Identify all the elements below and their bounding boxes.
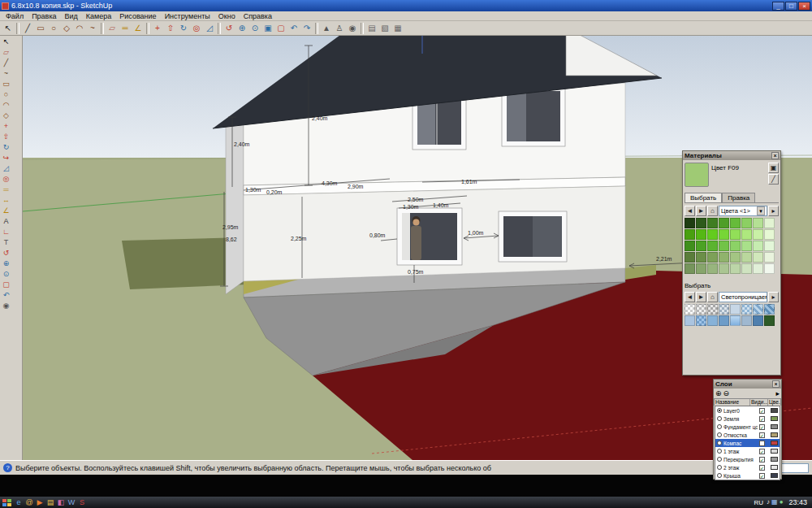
color-swatch[interactable] [685,263,695,274]
texture-swatch[interactable] [719,304,729,315]
color-swatch[interactable] [707,263,718,274]
color-swatch[interactable] [685,252,695,263]
back-arrow-button[interactable]: ◄ [685,206,695,216]
sketchup-icon[interactable]: S [77,497,87,507]
layer-radio[interactable] [717,416,722,421]
color-swatch[interactable] [685,218,695,228]
layer-visible-checkbox[interactable]: ✓ [759,449,765,454]
layer-visible-checkbox[interactable]: ✓ [759,473,765,479]
paint-icon[interactable]: ◧ [56,497,66,507]
materials-close-button[interactable]: × [771,152,779,159]
color-swatch[interactable] [730,218,741,228]
color-swatch[interactable] [764,252,775,263]
menu-item[interactable]: Рисование [115,12,160,20]
menu-item[interactable]: Вид [61,12,82,20]
texture-swatch[interactable] [719,315,729,326]
freehand-tool-icon[interactable]: ~ [1,68,11,79]
color-swatch[interactable] [741,241,752,251]
zoom-extents-tool-icon[interactable]: ▢ [1,280,11,290]
position-camera-tool-icon[interactable]: ▲ [320,22,333,35]
texture-swatch[interactable] [696,315,706,326]
select-tool-icon[interactable]: ↖ [1,37,11,47]
layer-radio[interactable] [717,465,722,470]
color-swatch[interactable] [685,241,695,251]
layer-row[interactable]: Крыша✓ [715,471,780,480]
freehand-tool-icon[interactable]: ~ [86,22,99,35]
texture-swatch[interactable] [741,304,752,315]
color-swatch[interactable] [730,229,741,240]
layer-radio[interactable] [717,432,722,437]
zoom-tool-icon[interactable]: ⊙ [248,22,261,35]
color-swatch[interactable] [730,263,741,274]
look-around-tool-icon[interactable]: ◉ [1,301,11,311]
dimension-tool-icon[interactable]: ↔ [1,195,11,206]
color-swatch[interactable] [696,252,706,263]
texture-swatch[interactable] [707,315,718,326]
layer-color-chip[interactable] [771,416,778,421]
protractor-tool-icon[interactable]: ∠ [1,206,11,216]
color-swatch[interactable] [753,241,763,251]
texture-swatch[interactable] [764,315,775,326]
iso-view-icon[interactable]: ▧ [378,22,391,35]
protractor-tool-icon[interactable]: ∠ [132,22,145,35]
zoom-tool-icon[interactable]: ⊙ [1,269,11,280]
internet-explorer-icon[interactable]: e [14,497,24,507]
display-pane-button[interactable]: ▣ [768,163,779,173]
texture-swatch[interactable] [730,304,741,315]
color-swatch[interactable] [685,229,695,240]
minimize-button[interactable]: _ [772,2,784,11]
top-view-icon[interactable]: ▦ [391,22,404,35]
layer-color-chip[interactable] [771,465,778,470]
circle-tool-icon[interactable]: ○ [1,89,11,100]
layer-visible-checkbox[interactable]: ✓ [759,424,765,430]
volume-icon[interactable]: ♪ [767,497,770,507]
tape-measure-tool-icon[interactable]: ═ [119,22,132,35]
window-lower-left[interactable] [397,208,462,265]
arc-tool-icon[interactable]: ◠ [1,100,11,111]
pan-tool-icon[interactable]: ⊕ [235,22,248,35]
select-tool-icon[interactable]: ↖ [2,22,15,35]
texture-swatch[interactable] [753,304,763,315]
close-button[interactable]: × [798,2,810,11]
layers-detail-arrow-button[interactable]: ▸ [775,389,780,397]
antivirus-icon[interactable]: ● [780,497,784,507]
layer-color-chip[interactable] [771,473,778,478]
title-bar[interactable]: 6.8x10.8 копия.skp - SketchUp _ □ × [0,0,812,11]
texture-swatch[interactable] [741,315,752,326]
layer-row[interactable]: Отмостка✓ [715,431,780,439]
tab-edit[interactable]: Правка [722,193,755,202]
next-view-icon[interactable]: ↷ [300,22,313,35]
rotate-tool-icon[interactable]: ↻ [1,142,11,153]
layer-color-chip[interactable] [771,441,778,445]
word-icon[interactable]: W [67,497,76,507]
layer-visible-checkbox[interactable]: ✓ [759,465,765,471]
color-swatch[interactable] [764,241,775,251]
line-tool-icon[interactable]: ╱ [21,22,34,35]
eraser-tool-icon[interactable]: ▱ [1,47,11,58]
color-swatch[interactable] [719,241,729,251]
layers-panel-titlebar[interactable]: Слои × [714,380,781,389]
remove-layer-button[interactable]: ⊖ [723,389,730,397]
color-swatch[interactable] [719,229,729,240]
maximize-button[interactable]: □ [785,2,797,11]
color-swatch[interactable] [741,252,752,263]
menu-item[interactable]: Инструменты [161,12,214,20]
tab-select[interactable]: Выбрать [685,193,722,202]
layer-visible-checkbox[interactable] [759,441,765,446]
texture-swatch[interactable] [753,315,763,326]
texture-swatch[interactable] [730,315,741,326]
front-view-icon[interactable]: ▤ [365,22,378,35]
color-swatch[interactable] [741,263,752,274]
language-indicator[interactable]: RU [754,499,764,506]
zoom-extents-tool-icon[interactable]: ▢ [274,22,287,35]
secondary-dropdown[interactable]: Светопроницаемое ▼ [719,292,767,302]
move-tool-icon[interactable]: + [1,121,11,132]
walk-tool-icon[interactable]: ♙ [333,22,346,35]
tape-measure-tool-icon[interactable]: ═ [1,185,11,195]
menu-item[interactable]: Камера [82,12,115,20]
color-swatch[interactable] [741,218,752,228]
arc-tool-icon[interactable]: ◠ [73,22,86,35]
scale-tool-icon[interactable]: ◿ [203,22,216,35]
line-tool-icon[interactable]: ╱ [1,58,11,68]
layers-close-button[interactable]: × [772,380,780,388]
